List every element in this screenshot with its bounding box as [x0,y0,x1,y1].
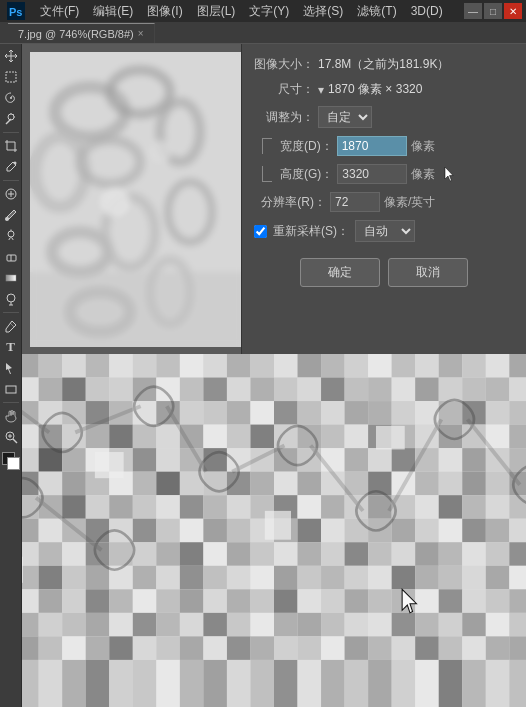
svg-rect-91 [415,378,439,402]
svg-rect-369 [368,613,392,637]
svg-rect-56 [250,354,274,378]
adjust-select[interactable]: 自定 [318,106,372,128]
svg-rect-275 [133,542,157,566]
maximize-button[interactable]: □ [484,3,502,19]
svg-rect-277 [180,542,204,566]
svg-rect-443 [22,557,23,583]
healing-tool[interactable] [1,184,21,204]
svg-rect-234 [486,495,510,519]
move-tool[interactable] [1,46,21,66]
resample-label: 重新采样(S)： [273,223,349,240]
menu-text[interactable]: 文字(Y) [243,1,295,22]
svg-rect-286 [392,542,416,566]
svg-rect-55 [227,354,251,378]
height-input[interactable] [337,164,407,184]
width-input[interactable]: 1870 [337,136,407,156]
path-select-tool[interactable] [1,358,21,378]
svg-rect-109 [180,401,204,425]
svg-rect-89 [368,378,392,402]
resolution-input[interactable] [330,192,380,212]
svg-rect-250 [203,519,227,543]
svg-rect-271 [39,542,63,566]
close-button[interactable]: ✕ [504,3,522,19]
svg-rect-57 [274,354,298,378]
eraser-tool[interactable] [1,247,21,267]
menu-filter[interactable]: 滤镜(T) [351,1,402,22]
svg-rect-289 [462,542,486,566]
marquee-tool[interactable] [1,67,21,87]
svg-rect-372 [439,613,463,637]
canvas-area: 图像大小： 17.8M（之前为181.9K） 尺寸： ▾ 1870 像素 × 3… [22,44,526,707]
menu-edit[interactable]: 编辑(E) [87,1,139,22]
svg-rect-140 [250,425,274,449]
crop-tool[interactable] [1,136,21,156]
menu-file[interactable]: 文件(F) [34,1,85,22]
svg-rect-414 [109,660,133,707]
menu-layer[interactable]: 图层(L) [191,1,242,22]
svg-rect-383 [39,636,63,660]
svg-rect-188 [62,472,86,496]
svg-rect-204 [439,472,463,496]
svg-rect-326 [22,589,39,613]
dialog-resample-row: 重新采样(S)： 自动 [254,220,514,242]
svg-rect-327 [39,589,63,613]
svg-rect-203 [415,472,439,496]
brush-tool[interactable] [1,205,21,225]
svg-rect-219 [133,495,157,519]
svg-rect-354 [22,613,39,637]
dialog-width-row: 宽度(D)： 1870 像素 [262,136,514,156]
menu-image[interactable]: 图像(I) [141,1,188,22]
hand-tool[interactable] [1,406,21,426]
svg-rect-49 [86,354,110,378]
shape-tool[interactable] [1,379,21,399]
clone-tool[interactable] [1,226,21,246]
svg-rect-288 [439,542,463,566]
menu-3d[interactable]: 3D(D) [405,2,449,20]
zoom-tool[interactable] [1,427,21,447]
magic-wand-tool[interactable] [1,109,21,129]
window-controls: — □ ✕ [464,3,522,19]
svg-rect-139 [227,425,251,449]
svg-rect-143 [321,425,345,449]
background-color[interactable] [7,457,20,470]
dimensions-arrow-icon[interactable]: ▾ [318,83,324,97]
pen-tool[interactable] [1,316,21,336]
width-unit: 像素 [411,138,435,155]
svg-rect-399 [415,636,439,660]
svg-rect-330 [109,589,133,613]
svg-rect-281 [274,542,298,566]
image-size-label: 图像大小： [254,56,314,73]
svg-rect-416 [156,660,180,707]
toolbar-separator-4 [3,402,19,403]
svg-rect-148 [439,425,463,449]
svg-rect-113 [274,401,298,425]
svg-rect-400 [439,636,463,660]
svg-rect-59 [321,354,345,378]
eyedropper-tool[interactable] [1,157,21,177]
svg-rect-386 [109,636,133,660]
tab-close-button[interactable]: × [138,28,144,39]
tab-image[interactable]: 7.jpg @ 746%(RGB/8#) × [8,23,155,43]
svg-rect-301 [86,566,110,590]
minimize-button[interactable]: — [464,3,482,19]
resample-select[interactable]: 自动 [355,220,415,242]
svg-rect-76 [62,378,86,402]
svg-rect-431 [509,660,526,707]
dodge-tool[interactable] [1,289,21,309]
cancel-button[interactable]: 取消 [388,258,468,287]
svg-rect-65 [462,354,486,378]
svg-rect-64 [439,354,463,378]
gradient-tool[interactable] [1,268,21,288]
canvas-top: 图像大小： 17.8M（之前为181.9K） 尺寸： ▾ 1870 像素 × 3… [22,44,526,354]
svg-rect-117 [368,401,392,425]
svg-rect-311 [321,566,345,590]
dialog-dimensions-row: 尺寸： ▾ 1870 像素 × 3320 [254,81,514,98]
text-tool[interactable]: T [1,337,21,357]
svg-rect-299 [39,566,63,590]
resample-checkbox[interactable] [254,225,267,238]
dialog-image-size-row: 图像大小： 17.8M（之前为181.9K） [254,56,514,73]
svg-rect-235 [509,495,526,519]
lasso-tool[interactable] [1,88,21,108]
menu-select[interactable]: 选择(S) [297,1,349,22]
ok-button[interactable]: 确定 [300,258,380,287]
